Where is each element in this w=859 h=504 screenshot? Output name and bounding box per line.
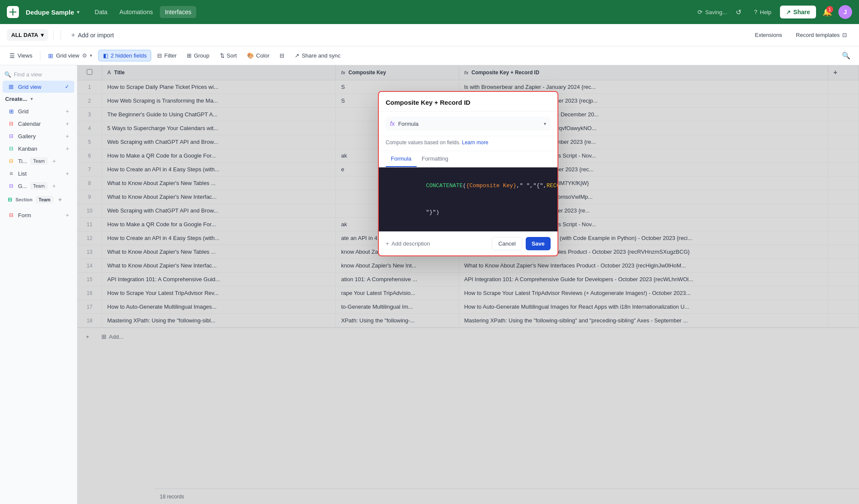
modal-overlay: fx Formula ▾ Compute values based on fie… [77,65,859,504]
nav-automations[interactable]: Automations [114,6,158,18]
color-icon: 🎨 [247,52,254,59]
add-desc-plus-icon: + [386,240,389,247]
sidebar-item-form[interactable]: ⊟ Form + [3,209,74,221]
sort-button[interactable]: ⇅ Sort [216,50,241,61]
main-area: 🔍 Find a view ⊞ Grid view ✓ Create... ▾ … [0,65,859,504]
sidebar-item-gallery[interactable]: ⊟ Gallery + [3,130,74,142]
views-icon: ☰ [9,52,15,59]
sidebar-item-grid[interactable]: ⊞ Grid + [3,105,74,117]
modal-type-selector: fx Formula ▾ [379,112,557,136]
modal-header [379,92,557,112]
all-data-button[interactable]: ALL DATA ▾ [7,29,48,41]
formula-line-1: CONCATENATE({Composite Key}," ","{",RECO… [386,173,551,199]
add-gallery-icon[interactable]: + [66,133,69,140]
share-sync-button[interactable]: ↗ Share and sync [290,50,344,61]
views-toggle-button[interactable]: ☰ Views [5,50,37,61]
app-logo[interactable] [7,6,19,18]
sidebar-item-kanban[interactable]: ⊟ Kanban + [3,143,74,155]
row-height-button[interactable]: ⊟ [275,50,289,61]
create-section: Create... ▾ [0,93,77,105]
add-form-icon[interactable]: + [66,212,69,219]
history-button[interactable]: ↺ [731,6,746,19]
add-section-icon[interactable]: + [58,196,62,203]
toolbar-divider-1 [53,30,54,40]
add-calendar-icon[interactable]: + [66,120,69,127]
group-button[interactable]: ⊞ Group [183,50,213,61]
notification-badge: 1 [826,6,833,13]
grid-view-chevron-icon: ▾ [90,53,92,58]
active-check-icon: ✓ [65,84,69,90]
cancel-button[interactable]: Cancel [492,237,522,250]
sort-icon: ⇅ [220,52,225,59]
top-navigation: Dedupe Sample ▾ Data Automations Interfa… [0,0,859,24]
toolbar-separator [61,30,61,40]
hidden-fields-icon: ◧ [103,52,108,59]
sidebar: 🔍 Find a view ⊞ Grid view ✓ Create... ▾ … [0,65,77,504]
group-icon: ⊞ [187,52,192,59]
share-sync-icon: ↗ [295,52,299,59]
formula-editor[interactable]: CONCATENATE({Composite Key}," ","{",RECO… [379,167,557,231]
toolbar-row: ALL DATA ▾ + Add or import Extensions Re… [0,24,859,46]
sidebar-item-grid-view[interactable]: ⊞ Grid view ✓ [3,81,74,93]
formula-line-2: "}") [386,199,551,226]
grid-icon: ⊞ [8,108,15,115]
add-kanban-icon[interactable]: + [66,145,69,152]
record-templates-button[interactable]: Record templates ⊡ [791,29,852,41]
find-view-icon: 🔍 [4,71,11,78]
main-nav: Data Automations Interfaces [90,6,197,18]
sidebar-item-timeline[interactable]: ⊟ Ti... Team + [3,155,74,167]
share-button[interactable]: ↗ Share [780,6,816,18]
app-name[interactable]: Dedupe Sample ▾ [26,9,79,16]
sidebar-item-list[interactable]: ≡ List + [3,167,74,179]
user-avatar[interactable]: J [838,5,852,19]
timeline-team-tag: Team [30,158,47,164]
record-templates-icon: ⊡ [842,32,847,38]
list-icon: ≡ [8,170,15,177]
add-list-icon[interactable]: + [66,170,69,177]
create-label: Create... ▾ [5,96,33,102]
grid-view-settings-icon: ⚙ [82,52,87,59]
tab-formatting[interactable]: Formatting [417,151,454,167]
extensions-button[interactable]: Extensions [750,29,788,41]
sidebar-item-gallery2[interactable]: ⊟ G... Team + [3,180,74,192]
plus-icon: + [71,31,75,39]
save-button[interactable]: Save [526,237,551,250]
nav-data[interactable]: Data [90,6,113,18]
views-toolbar-separator [40,51,40,61]
add-import-button[interactable]: + Add or import [66,29,119,42]
gallery2-team-tag: Team [30,182,47,189]
find-view-placeholder: Find a view [14,71,42,78]
app-menu-chevron: ▾ [77,9,79,15]
add-timeline-icon[interactable]: + [52,158,56,164]
all-data-label: ALL DATA [11,32,38,38]
field-type-selector[interactable]: fx Formula ▾ [386,117,551,131]
learn-more-link[interactable]: Learn more [462,140,488,146]
modal-footer: + Add description Cancel Save [379,231,557,255]
nav-interfaces[interactable]: Interfaces [160,6,196,18]
filter-button[interactable]: ⊟ Filter [153,50,181,61]
tab-formula[interactable]: Formula [386,151,417,167]
views-toolbar: ☰ Views ⊞ Grid view ⚙ ▾ ◧ 2 hidden field… [0,46,859,65]
sidebar-item-calendar[interactable]: ⊟ Calendar + [3,118,74,130]
kanban-icon: ⊟ [8,145,15,152]
sidebar-section-label: ⊟ Section Team + [3,194,74,206]
grid-view-button[interactable]: ⊞ Grid view ⚙ ▾ [44,50,96,61]
add-gallery2-icon[interactable]: + [52,182,56,189]
create-chevron-icon: ▾ [30,96,33,102]
modal-description: Compute values based on fields. Learn mo… [379,136,557,151]
add-description-button[interactable]: + Add description [386,240,430,247]
add-grid-icon[interactable]: + [66,108,69,115]
nav-right-section: ⟳ Saving... ↺ ? Help ↗ Share 🔔 1 J [698,5,852,19]
help-button[interactable]: ? Help [750,6,776,18]
concatenate-keyword: CONCATENATE [426,182,463,189]
hidden-fields-button[interactable]: ◧ 2 hidden fields [98,50,152,61]
form-icon: ⊟ [8,212,15,219]
table-search-button[interactable]: 🔍 [838,49,854,62]
table-area: A Title fx Composite Key fx Composite Ke… [77,65,859,504]
notification-button[interactable]: 🔔 1 [820,5,834,19]
row-height-icon: ⊟ [280,52,284,59]
field-name-input[interactable] [386,99,551,106]
formula-type-icon: fx [390,120,395,127]
section-icon: ⊟ [8,197,12,203]
color-button[interactable]: 🎨 Color [243,50,274,61]
